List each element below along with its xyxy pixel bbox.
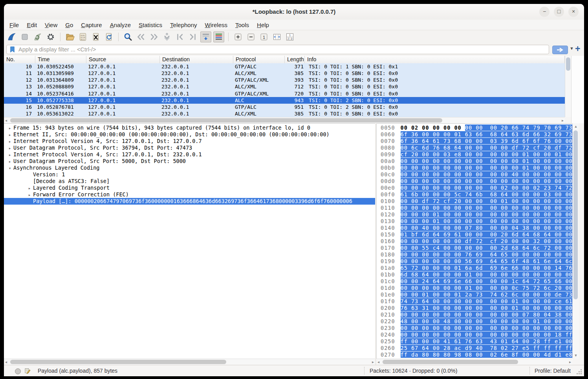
scrollbar-thumb[interactable] (383, 360, 518, 364)
detail-row[interactable]: ▾Asynchronous Layered Coding (4, 165, 375, 171)
hex-row-01f0[interactable]: 01f074 73 64 00 00 00 00 00 00 00 01 00 … (377, 298, 573, 305)
scroll-left-icon[interactable]: ◂ (377, 359, 379, 365)
hex-row-00c0[interactable]: 00c000 00 00 00 00 00 00 00 00 00 40 00 … (377, 171, 573, 178)
scrollbar-thumb[interactable] (573, 130, 578, 299)
restart-capture-button[interactable] (32, 31, 43, 42)
hex-row-00b0[interactable]: 00b000 00 00 00 00 00 00 00 00 00 00 01 … (377, 165, 573, 171)
open-file-button[interactable] (64, 31, 75, 42)
resize-123-button[interactable]: 123 (284, 31, 295, 42)
hex-row-0140[interactable]: 014000 00 40 00 00 00 07 80 00 00 04 38 … (377, 225, 573, 231)
packet-row-12[interactable]: 1210.031364809127.0.0.1232.0.0.1GTP/ALC/… (4, 77, 565, 83)
scroll-right-icon[interactable]: ▸ (562, 117, 564, 124)
scroll-right-icon[interactable]: ▸ (372, 359, 374, 365)
hex-row-01e0[interactable]: 01e000 00 01 00 00 01 2a 73 74 62 6c 00 … (377, 291, 573, 298)
hex-row-0070[interactable]: 00706f 36 64 61 73 68 00 00 03 39 6d 6f … (377, 138, 573, 145)
detail-row[interactable]: ▸User Datagram Protocol, Src Port: 5000,… (4, 158, 375, 165)
collapsed-arrow-icon[interactable]: ▸ (6, 138, 13, 145)
scroll-up-icon[interactable]: ▲ (573, 125, 579, 128)
hex-row-0170[interactable]: 017000 00 55 c4 00 00 00 00 00 2d 68 64 … (377, 245, 573, 251)
detail-row[interactable]: ▸User Datagram Protocol, Src Port: 36794… (4, 145, 375, 151)
apply-filter-button[interactable] (552, 46, 568, 54)
hex-row-0120[interactable]: 012000 00 00 01 00 00 00 00 00 00 00 00 … (377, 211, 573, 218)
detail-row[interactable]: Payload […]: 000000206674797069736f36000… (4, 198, 375, 205)
hex-vertical-scrollbar[interactable]: ▲ ▼ (572, 123, 579, 359)
go-last-button[interactable] (187, 31, 198, 42)
hex-row-0150[interactable]: 015001 bf 6d 64 69 61 00 00 00 20 6d 64 … (377, 231, 573, 238)
display-filter-input[interactable]: Apply a display filter ... <Ctrl-/> (6, 45, 549, 54)
hex-row-01d0[interactable]: 01d000 00 00 00 00 00 01 00 00 00 0c 75 … (377, 285, 573, 291)
hex-row-0270[interactable]: 0270ff da 80 80 80 98 08 00 02 6e 8f 00 … (377, 352, 573, 358)
maximize-button[interactable]: □ (554, 7, 564, 17)
close-button[interactable]: × (568, 7, 579, 17)
find-packet-button[interactable] (123, 31, 134, 42)
menu-edit[interactable]: Edit (23, 22, 41, 28)
scroll-right-icon[interactable]: ▸ (569, 359, 571, 365)
menu-tools[interactable]: Tools (231, 22, 253, 28)
hex-row-0090[interactable]: 0090cf 20 00 00 03 e8 00 00 00 00 00 01 … (377, 151, 573, 158)
hex-row-0060[interactable]: 00606f 36 00 00 00 01 63 66 68 64 63 6d … (377, 131, 573, 138)
zoom-out-button[interactable] (245, 31, 256, 42)
column-header-no[interactable]: No. (4, 56, 35, 63)
title-bar[interactable]: *Loopback: lo (host 127.0.0.7) −□× (4, 4, 584, 20)
expanded-arrow-icon[interactable]: ▾ (6, 165, 13, 171)
hex-row-0130[interactable]: 013000 00 00 01 00 00 00 00 00 00 00 00 … (377, 218, 573, 225)
collapsed-arrow-icon[interactable]: ▸ (26, 192, 33, 198)
detail-row[interactable]: ▸Ethernet II, Src: 00:00:00_00:00:00 (00… (4, 131, 375, 138)
hex-row-0080[interactable]: 008000 6c 6d 76 68 64 00 00 00 00 df 72 … (377, 145, 573, 151)
detail-row[interactable]: ▸Layered Coding Transport (4, 185, 375, 191)
scrollbar-thumb[interactable] (566, 57, 570, 71)
packet-row-15[interactable]: 1510.052775338127.0.0.1232.0.0.1ALC943TS… (4, 97, 565, 104)
menu-telephony[interactable]: Telephony (166, 22, 201, 28)
collapsed-arrow-icon[interactable]: ▸ (6, 152, 13, 158)
detail-row[interactable]: Version: 1 (4, 171, 375, 178)
hex-row-0100[interactable]: 010000 00 df 72 cf 20 00 00 00 01 00 00 … (377, 198, 573, 205)
hex-row-0200[interactable]: 020076 63 31 00 00 00 00 00 00 00 01 00 … (377, 305, 573, 311)
filter-dropdown-caret-icon[interactable]: ▼ (570, 46, 574, 51)
hex-row-01c0[interactable]: 01c000 00 24 64 69 6e 66 00 00 00 1c 64 … (377, 278, 573, 285)
go-forward-button[interactable] (148, 31, 159, 42)
hex-row-0110[interactable]: 011000 00 00 00 00 00 00 00 00 00 00 00 … (377, 205, 573, 211)
hex-row-01a0[interactable]: 01a065 72 00 00 00 01 6a 6d 69 6e 66 00 … (377, 265, 573, 271)
go-first-button[interactable] (174, 31, 185, 42)
detail-row[interactable]: [Decode as ATSC3: False] (4, 178, 375, 185)
close-file-button[interactable] (90, 31, 101, 42)
auto-scroll-button[interactable] (200, 31, 211, 42)
add-filter-button[interactable]: + (575, 44, 580, 54)
column-header-destination[interactable]: Destination (160, 56, 233, 63)
reload-file-button[interactable] (103, 31, 114, 42)
packet-row-14[interactable]: 1410.052376416127.0.0.1232.0.0.1GTP/ALC/… (4, 90, 565, 97)
hex-row-0260[interactable]: 026025 67 64 00 28 ac d9 40 78 02 27 e5 … (377, 345, 573, 352)
minimize-button[interactable]: − (539, 7, 550, 17)
capture-comment-icon[interactable] (24, 368, 31, 375)
packet-row-17[interactable]: 1710.053613022127.0.0.1232.0.0.1ALC/XML3… (4, 110, 565, 117)
packet-row-16[interactable]: 1610.052876781127.0.0.1232.0.0.1GTP/ALC9… (4, 104, 565, 110)
hex-row-0050[interactable]: 005000 02 00 00 00 00 00 00 00 20 66 74 … (377, 125, 573, 131)
menu-view[interactable]: View (41, 22, 61, 28)
column-header-time[interactable]: Time (35, 56, 86, 63)
hex-row-0190[interactable]: 019000 00 00 00 00 00 56 69 64 65 6f 48 … (377, 258, 573, 265)
expert-info-icon[interactable] (15, 368, 21, 374)
hex-row-00d0[interactable]: 00d000 00 00 00 00 00 00 00 00 00 00 00 … (377, 178, 573, 185)
packet-row-10[interactable]: 1010.030522450127.0.0.1232.0.0.1GTP/ALC3… (4, 63, 565, 70)
details-horizontal-scrollbar[interactable]: ◂ ▸ (4, 359, 375, 365)
collapsed-arrow-icon[interactable]: ▸ (26, 185, 33, 191)
detail-row[interactable]: ▸Frame 15: 943 bytes on wire (7544 bits)… (4, 125, 375, 131)
column-header-source[interactable]: Source (86, 56, 160, 63)
detail-row[interactable]: ▸Internet Protocol Version 4, Src: 127.0… (4, 138, 375, 145)
packet-list-vertical-scrollbar[interactable] (565, 56, 572, 117)
hex-row-00e0[interactable]: 00e000 00 00 00 00 00 00 00 00 02 00 00 … (377, 185, 573, 191)
menu-wireless[interactable]: Wireless (201, 22, 232, 28)
collapsed-arrow-icon[interactable]: ▸ (6, 145, 13, 151)
scrollbar-thumb[interactable] (10, 360, 226, 364)
column-header-info[interactable]: Info (305, 56, 565, 63)
column-header-length[interactable]: Length (285, 56, 305, 63)
hex-row-0210[interactable]: 021000 00 00 00 00 00 00 00 00 00 00 07 … (377, 311, 573, 318)
hex-row-0240[interactable]: 024000 00 00 00 00 00 00 00 00 00 00 00 … (377, 331, 573, 338)
scroll-left-icon[interactable]: ◂ (5, 359, 7, 365)
hex-row-0220[interactable]: 022048 00 00 00 48 00 00 00 00 00 00 00 … (377, 318, 573, 325)
detail-row[interactable]: ▸Internet Protocol Version 4, Src: 127.0… (4, 151, 375, 158)
zoom-in-button[interactable] (233, 31, 244, 42)
hex-row-00a0[interactable]: 00a000 00 00 00 00 00 00 00 00 00 00 01 … (377, 158, 573, 165)
packet-row-13[interactable]: 1310.052088809127.0.0.1232.0.0.1ALC/XML7… (4, 83, 565, 90)
menu-statistics[interactable]: Statistics (135, 22, 166, 28)
